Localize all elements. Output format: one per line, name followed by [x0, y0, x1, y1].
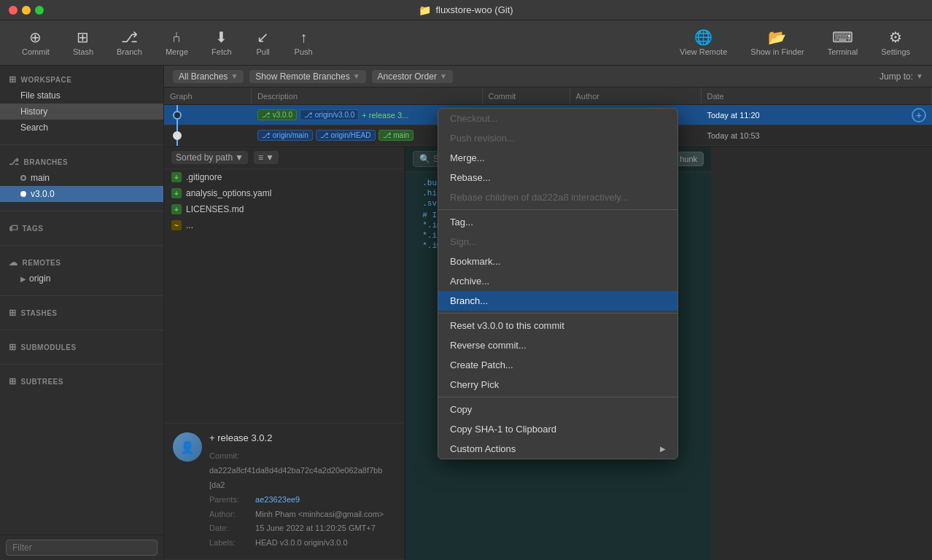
cm-copy[interactable]: Copy — [438, 400, 677, 419]
cm-push-revision: Push revision... — [438, 128, 677, 148]
cm-branch[interactable]: Branch... — [438, 291, 677, 311]
cm-sep-2 — [438, 313, 677, 314]
cm-archive[interactable]: Archive... — [438, 271, 677, 291]
cm-rebase[interactable]: Rebase... — [438, 168, 677, 187]
cm-sep-3 — [438, 397, 677, 397]
cm-merge[interactable]: Merge... — [438, 148, 677, 168]
cm-tag[interactable]: Tag... — [438, 212, 677, 232]
cm-custom-actions[interactable]: Custom Actions ▶ — [438, 439, 677, 459]
cm-create-patch[interactable]: Create Patch... — [438, 355, 677, 375]
context-menu-overlay[interactable]: Checkout... Push revision... Merge... Re… — [0, 0, 932, 560]
context-menu: Checkout... Push revision... Merge... Re… — [438, 108, 678, 459]
submenu-arrow: ▶ — [660, 445, 666, 453]
cm-reverse-commit[interactable]: Reverse commit... — [438, 335, 677, 355]
cm-sep-1 — [438, 209, 677, 210]
cm-cherry-pick[interactable]: Cherry Pick — [438, 375, 677, 394]
cm-checkout[interactable]: Checkout... — [438, 109, 677, 128]
cm-sign: Sign... — [438, 232, 677, 252]
cm-reset[interactable]: Reset v3.0.0 to this commit — [438, 316, 677, 335]
cm-copy-sha[interactable]: Copy SHA-1 to Clipboard — [438, 419, 677, 439]
cm-rebase-children: Rebase children of da222a8 interactively… — [438, 187, 677, 207]
cm-bookmark[interactable]: Bookmark... — [438, 252, 677, 271]
